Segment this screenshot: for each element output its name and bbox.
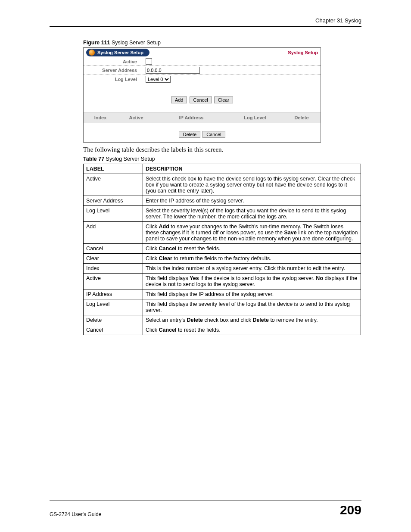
- footer-guide: GS-2724 User's Guide: [50, 511, 101, 517]
- col-active: Active: [117, 112, 155, 123]
- figure-title: Syslog Server Setup: [110, 40, 161, 46]
- cell-desc: This is the index number of a syslog ser…: [143, 264, 361, 274]
- cell-desc: Click Cancel to reset the fields.: [143, 325, 361, 335]
- delete-button[interactable]: Delete: [179, 131, 200, 138]
- log-level-select[interactable]: Level 0: [146, 76, 171, 83]
- cell-label: Active: [84, 274, 143, 289]
- table-row: ClearClick Clear to return the fields to…: [84, 254, 361, 264]
- body-text: The following table describes the labels…: [83, 146, 361, 153]
- table-row: IP AddressThis field displays the IP add…: [84, 289, 361, 299]
- table-row: CancelClick Cancel to reset the fields.: [84, 325, 361, 335]
- th-label: LABEL: [84, 164, 143, 174]
- col-index: Index: [84, 112, 117, 123]
- cell-label: Active: [84, 174, 143, 196]
- cell-label: Log Level: [84, 206, 143, 222]
- form-button-row: Add Cancel Clear: [84, 84, 321, 112]
- col-ip: IP Address: [155, 112, 227, 123]
- description-table: LABEL DESCRIPTION ActiveSelect this chec…: [83, 164, 361, 335]
- cell-desc: Enter the IP address of the syslog serve…: [143, 196, 361, 206]
- cell-desc: Select this check box to have the device…: [143, 174, 361, 196]
- syslog-setup-link[interactable]: Syslog Setup: [288, 50, 318, 55]
- cell-label: Add: [84, 222, 143, 244]
- cell-label: Clear: [84, 254, 143, 264]
- table-row: Log LevelThis field displays the severit…: [84, 299, 361, 315]
- cell-label: Cancel: [84, 325, 143, 335]
- table-caption: Table 77 Syslog Server Setup: [83, 156, 361, 162]
- cell-label: Server Address: [84, 196, 143, 206]
- cancel-button[interactable]: Cancel: [190, 96, 212, 103]
- cell-label: IP Address: [84, 289, 143, 299]
- active-checkbox[interactable]: [146, 58, 152, 65]
- log-level-label: Log Level: [85, 77, 146, 82]
- page-number: 209: [340, 503, 361, 517]
- panel-title-text: Syslog Server Setup: [97, 50, 143, 55]
- cell-label: Cancel: [84, 244, 143, 254]
- cell-desc: This field displays Yes if the device is…: [143, 274, 361, 289]
- cell-desc: This field displays the severity level o…: [143, 299, 361, 315]
- table-row: AddClick Add to save your changes to the…: [84, 222, 361, 244]
- cancel-entries-button[interactable]: Cancel: [202, 131, 225, 138]
- col-loglevel: Log Level: [227, 112, 283, 123]
- cell-desc: Click Cancel to reset the fields.: [143, 244, 361, 254]
- cell-desc: Click Clear to return the fields to the …: [143, 254, 361, 264]
- cell-label: Delete: [84, 315, 143, 325]
- col-delete: Delete: [283, 112, 321, 123]
- table-row: Log LevelSelect the severity level(s) of…: [84, 206, 361, 222]
- cell-label: Log Level: [84, 299, 143, 315]
- cell-label: Index: [84, 264, 143, 274]
- server-address-label: Server Address: [85, 68, 146, 73]
- panel-title-pill: Syslog Server Setup: [86, 49, 149, 56]
- cell-desc: Select the severity level(s) of the logs…: [143, 206, 361, 222]
- syslog-server-setup-panel: Syslog Server Setup Syslog Setup Active …: [83, 47, 321, 143]
- table-row: ActiveThis field displays Yes if the dev…: [84, 274, 361, 289]
- active-label: Active: [85, 59, 146, 64]
- chapter-header: Chapter 31 Syslog: [50, 17, 361, 27]
- entries-button-row: Delete Cancel: [84, 123, 321, 142]
- table-row: CancelClick Cancel to reset the fields.: [84, 244, 361, 254]
- server-address-input[interactable]: [146, 67, 200, 74]
- cell-desc: Click Add to save your changes to the Sw…: [143, 222, 361, 244]
- add-button[interactable]: Add: [171, 96, 187, 103]
- table-row: IndexThis is the index number of a syslo…: [84, 264, 361, 274]
- figure-caption: Figure 111 Syslog Server Setup: [83, 40, 361, 46]
- entries-grid-header: Index Active IP Address Log Level Delete: [84, 112, 321, 123]
- table-row: ActiveSelect this check box to have the …: [84, 174, 361, 196]
- figure-number: Figure 111: [83, 40, 110, 46]
- table-row: Server AddressEnter the IP address of th…: [84, 196, 361, 206]
- table-number: Table 77: [83, 156, 104, 162]
- table-row: DeleteSelect an entry's Delete check box…: [84, 315, 361, 325]
- clear-button[interactable]: Clear: [214, 96, 233, 103]
- cell-desc: This field displays the IP address of th…: [143, 289, 361, 299]
- table-title: Syslog Server Setup: [104, 156, 155, 162]
- page-footer: GS-2724 User's Guide 209: [50, 501, 361, 517]
- cell-desc: Select an entry's Delete check box and c…: [143, 315, 361, 325]
- th-desc: DESCRIPTION: [143, 164, 361, 174]
- panel-title-icon: [89, 50, 95, 56]
